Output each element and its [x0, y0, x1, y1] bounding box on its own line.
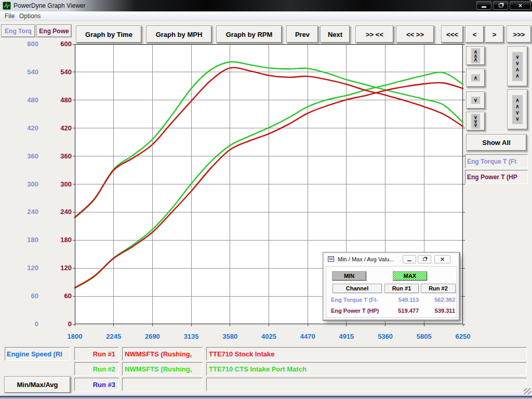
minmax-window-icon [328, 256, 334, 262]
triple-chevron-up-icon: ∧ ∧ ∧ [471, 48, 480, 63]
window-bottom-edge [0, 393, 532, 399]
minmax-values-window: Min / Max / Avg Valu... ✕ MIN MAX Channe… [323, 252, 460, 321]
run2-name: Run #2 [93, 365, 115, 373]
x-axis-tick-label: 4025 [254, 332, 285, 340]
scroll-up-fast-button[interactable]: ∧ ∧ ∧ [466, 46, 485, 65]
run2-operator: NWMSFTS (Rushing, [125, 365, 192, 373]
scroll-fast-right-button[interactable]: >>> [507, 25, 531, 43]
title-bar: PowerDyne Graph Viewer × [0, 0, 532, 11]
run1-name-box: Run #1 [74, 347, 119, 361]
minmax-close-button[interactable]: ✕ [434, 255, 450, 263]
scroll-down-button[interactable]: ∨ [466, 91, 485, 109]
channel-box-torque[interactable]: Eng Torque T (Ft [465, 154, 528, 168]
graph-by-mph-button[interactable]: Graph by MPH [146, 25, 212, 43]
prev-button[interactable]: Prev [286, 25, 318, 43]
run1-comment-box: TTE710 Stock Intake [206, 347, 527, 361]
scroll-left-button[interactable]: < [465, 25, 484, 43]
close-button[interactable]: × [510, 1, 531, 10]
run1-operator: NWMSFTS (Rushing, [125, 350, 192, 358]
y-axis-tick-label: 540 [15, 68, 38, 76]
expand-y-button[interactable]: ∧ ∧ ∨ ∨ [507, 89, 528, 130]
y-axis-tick-label: 240 [15, 208, 38, 216]
x-axis-tick-label: 2690 [137, 332, 168, 340]
scroll-down-fast-button[interactable]: ∨ ∨ ∨ [466, 112, 485, 131]
run3-operator-box [122, 378, 203, 391]
column-header-run1[interactable]: Run #1 [384, 284, 419, 293]
x-axis-tick-label: 3580 [215, 332, 246, 340]
row-channel-label: Eng Power T (HP) [331, 308, 385, 314]
channel-box-power[interactable]: Eng Power T (HP [465, 170, 528, 184]
minmax-minimize-button[interactable] [403, 255, 416, 263]
resize-grip[interactable] [524, 388, 531, 394]
next-button[interactable]: Next [320, 25, 350, 43]
y-axis-tick-label: 420 [48, 124, 72, 132]
restore-icon [423, 258, 427, 261]
run1-name: Run #1 [93, 350, 115, 358]
x-axis-tick-label: 3135 [176, 332, 207, 340]
y-axis-tick-label: 60 [48, 292, 72, 300]
chevron-up-icon: ∧ [471, 74, 480, 82]
column-header-channel[interactable]: Channel [332, 284, 382, 293]
zoom-out-x-button[interactable]: << >> [396, 25, 434, 43]
y-axis-tick-label: 300 [15, 180, 38, 188]
x-axis-tick-label: 4470 [292, 332, 323, 340]
compress-y-button[interactable]: ∨ ∨ ∧ ∧ [507, 46, 528, 87]
row-run2-value: 562.362 [421, 297, 455, 303]
restore-button[interactable] [493, 1, 508, 10]
scroll-right-button[interactable]: > [485, 25, 504, 43]
row-run1-value: 549.113 [384, 297, 419, 303]
x-axis-labels: 1800224526903135358040254470491553605805… [75, 332, 463, 341]
x-axis-tick-label: 6250 [447, 332, 478, 340]
compress-vertical-icon: ∨ ∨ ∧ ∧ [512, 52, 522, 81]
y-axis-tick-label: 0 [48, 320, 72, 328]
triple-chevron-down-icon: ∨ ∨ ∨ [471, 114, 480, 129]
run2-comment-box: TTE710 CTS Intake Port Match [206, 362, 527, 376]
y-axis-tick-label: 480 [15, 96, 38, 104]
minimize-icon [482, 6, 486, 8]
x-axis-tick-label: 2245 [98, 332, 129, 340]
scroll-fast-left-button[interactable]: <<< [441, 25, 463, 43]
channel-box-power-label: Eng Power T (HP [467, 174, 517, 181]
column-header-run2[interactable]: Run #2 [421, 284, 456, 293]
minimize-button[interactable] [476, 1, 491, 10]
restore-icon [499, 4, 503, 7]
min-button[interactable]: MIN [332, 271, 366, 281]
zoom-in-x-button[interactable]: >> << [355, 25, 394, 43]
minmaxavg-button[interactable]: Min/Max/Avg [4, 376, 71, 393]
x-axis-tick-label: 4915 [331, 332, 362, 340]
run2-comment: TTE710 CTS Intake Port Match [209, 365, 307, 373]
y-axis-tick-label: 420 [15, 124, 38, 132]
graph-by-time-button[interactable]: Graph by Time [76, 25, 142, 43]
close-icon: ✕ [440, 256, 445, 263]
y-axis-tick-label: 600 [15, 40, 38, 48]
graph-by-rpm-button[interactable]: Graph by RPM [216, 25, 282, 43]
y-axis-tick-label: 240 [48, 208, 72, 216]
y-axis-tick-label: 120 [48, 264, 72, 272]
menu-file[interactable]: File [5, 12, 15, 20]
x-axis-tick-label: 5360 [370, 332, 401, 340]
y-axis-tick-label: 120 [15, 264, 38, 272]
expand-vertical-icon: ∧ ∧ ∨ ∨ [512, 95, 522, 124]
minmax-title-bar[interactable]: Min / Max / Avg Valu... ✕ [324, 254, 459, 265]
run3-name: Run #3 [93, 381, 115, 389]
max-button[interactable]: MAX [393, 271, 427, 281]
y-axis-tick-label: 600 [48, 40, 72, 48]
row-run2-value: 539.311 [421, 308, 455, 314]
row-run1-value: 519.477 [384, 308, 419, 314]
y-axis-tick-label: 300 [48, 180, 72, 188]
run3-comment-box [206, 378, 527, 391]
row-channel-label: Eng Torque T (Ft- [331, 297, 383, 303]
x-channel-label: Engine Speed (RI [7, 350, 62, 358]
minmax-restore-button[interactable] [418, 255, 431, 263]
app-window: PowerDyne Graph Viewer × File Options En… [0, 0, 532, 399]
y-axis-tick-label: 480 [48, 96, 72, 104]
x-channel-box[interactable]: Engine Speed (RI [5, 347, 70, 361]
scroll-up-button[interactable]: ∧ [466, 69, 485, 87]
y-axis-tick-label: 360 [15, 152, 38, 160]
show-all-button[interactable]: Show All [466, 134, 527, 151]
minmax-window-title: Min / Max / Avg Valu... [338, 256, 394, 262]
run1-comment: TTE710 Stock Intake [209, 350, 274, 358]
run2-operator-box: NWMSFTS (Rushing, [122, 362, 203, 376]
y-axis-tick-label: 360 [48, 152, 72, 160]
x-axis-tick-label: 5805 [408, 332, 440, 340]
